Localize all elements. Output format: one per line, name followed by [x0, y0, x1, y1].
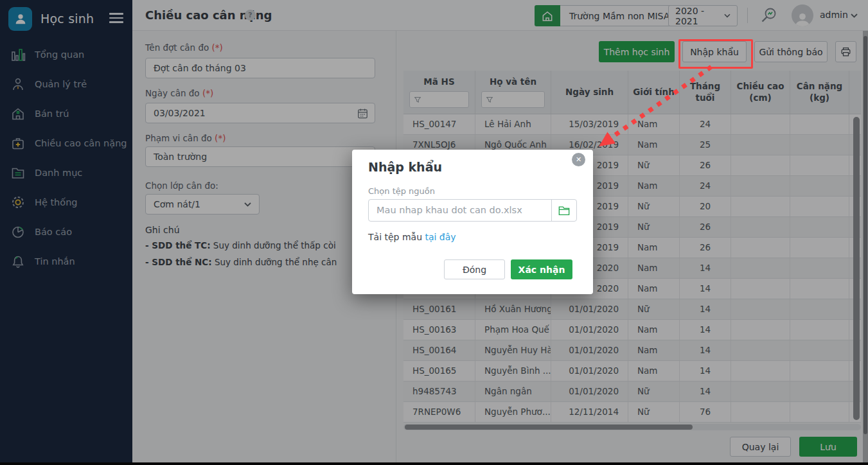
file-placeholder: Mau nhap khau dot can do.xlsx: [369, 200, 551, 221]
app-window: Học sinh Tổng quan Quản lý trẻ Bán tr: [0, 0, 868, 465]
file-input[interactable]: Mau nhap khau dot can do.xlsx: [368, 199, 577, 222]
file-source-label: Chọn tệp nguồn: [368, 186, 435, 196]
import-modal: ✕ Nhập khẩu Chọn tệp nguồn Mau nhap khau…: [352, 150, 593, 294]
template-download-link[interactable]: tại đây: [425, 232, 456, 242]
annotation-arrow: [578, 59, 732, 159]
modal-close-button[interactable]: Đóng: [444, 259, 505, 279]
template-download-line: Tải tệp mẫu tại đây: [368, 232, 456, 242]
modal-title: Nhập khẩu: [368, 160, 442, 174]
folder-icon: [558, 205, 571, 216]
browse-file-button[interactable]: [551, 200, 576, 221]
modal-confirm-button[interactable]: Xác nhận: [511, 259, 572, 279]
